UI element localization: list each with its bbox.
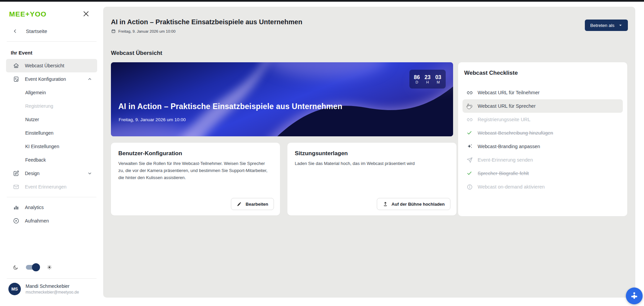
checklist-item-webcast-url-teilnehmer[interactable]: Webcast URL für Teilnehmer [462, 86, 623, 99]
info-icon [467, 184, 473, 190]
top-edge-strip [0, 0, 644, 2]
close-icon [82, 10, 91, 18]
sidebar-item-design[interactable]: Design [6, 167, 97, 180]
sidebar-item-label: Event Konfiguration [25, 76, 66, 82]
checklist-icon [13, 76, 19, 82]
checklist-item-webcast-url-sprecher[interactable]: Webcast URL für Sprecher [462, 99, 623, 113]
page-title: AI in Action – Praktische Einsatzbeispie… [111, 18, 302, 26]
checklist-item-label: Registrierungsseite URL [478, 117, 530, 122]
chevron-left-icon [13, 29, 18, 34]
toggle-knob [32, 263, 40, 271]
sparkle-icon [467, 143, 473, 150]
sidebar-item-label: Analytics [25, 205, 44, 210]
webcast-checklist-card: Webcast Checkliste Webcast URL für Teiln… [458, 62, 627, 216]
dark-mode-toggle[interactable] [26, 264, 39, 270]
banner-event-date: Freitag, 9. Januar 2026 um 10:00 [119, 117, 186, 122]
chevron-down-icon [88, 171, 92, 175]
checklist-title: Webcast Checkliste [464, 70, 627, 76]
countdown-days: 86 D [414, 74, 420, 84]
edit-square-icon [13, 170, 19, 177]
link-icon [467, 90, 473, 96]
chevron-up-icon [88, 77, 92, 81]
send-icon [467, 157, 473, 163]
sidebar-item-nutzer[interactable]: Nutzer [6, 113, 97, 126]
play-circle-icon [13, 217, 19, 224]
checklist-item-beschreibung-hinzufuegen[interactable]: Webcast-Beschreibung hinzufügen [462, 126, 623, 140]
enter-as-button[interactable]: Betreten als [585, 20, 628, 31]
sidebar-item-event-erinnerungen[interactable]: Event Erinnerungen [6, 180, 97, 194]
check-icon [467, 170, 473, 177]
sidebar-item-webcast-uebersicht[interactable]: Webcast Übersicht [6, 59, 97, 72]
sidebar-header: MEE+YOO [0, 0, 103, 22]
sidebar-item-label: Registrierung [25, 103, 53, 109]
banner-artwork [111, 62, 453, 136]
checklist-item-branding-anpassen[interactable]: Webcast-Branding anpassen [462, 140, 623, 153]
checklist-item-label: Webcast on-demand aktivieren [478, 184, 545, 190]
link-icon [467, 116, 473, 123]
countdown-days-value: 86 [414, 74, 420, 80]
theme-switch-row [0, 261, 103, 273]
back-label: Startseite [26, 28, 47, 34]
bar-chart-icon [13, 204, 19, 211]
sidebar-item-allgemein[interactable]: Allgemein [6, 86, 97, 99]
countdown-hours: 23 H [425, 74, 431, 84]
checklist-item-label: Event-Erinnerung senden [478, 157, 533, 163]
checklist-item-erinnerung-senden[interactable]: Event-Erinnerung senden [462, 153, 623, 167]
countdown-hours-unit: H [425, 80, 431, 84]
edit-button-label: Bearbeiten [246, 202, 268, 207]
sidebar-item-label: Allgemein [25, 90, 46, 95]
sidebar-item-analytics[interactable]: Analytics [6, 201, 97, 214]
sidebar-item-aufnahmen[interactable]: Aufnahmen [6, 214, 97, 228]
back-to-start-link[interactable]: Startseite [0, 22, 103, 39]
app-root: MEE+YOO Startseite Ihr Event Webcast Übe… [0, 0, 644, 306]
sidebar-item-label: Feedback [25, 157, 46, 163]
checklist-item-label: Webcast URL für Teilnehmer [478, 90, 539, 95]
meetyoo-logo: MEE+YOO [9, 10, 46, 18]
section-title: Webcast Übersicht [111, 50, 162, 57]
checklist-item-label: Webcast URL für Sprecher [478, 103, 535, 109]
mail-icon [13, 183, 19, 190]
divider [7, 278, 96, 279]
event-date: Freitag, 9. Januar 2026 um 10:00 [118, 29, 175, 33]
countdown-minutes-unit: M [435, 80, 441, 84]
user-name: Mandi Schmeckebier [26, 283, 79, 289]
sidebar-item-label: Design [25, 171, 40, 176]
countdown-days-unit: D [414, 80, 420, 84]
countdown-hours-value: 23 [425, 74, 431, 80]
upload-button-label: Auf der Bühne hochladen [392, 202, 445, 207]
link-icon [467, 103, 473, 109]
checklist-item-label: Webcast-Branding anpassen [478, 144, 540, 149]
checklist-item-sprecher-biografie[interactable]: Sprecher-Biografie fehlt [462, 167, 623, 180]
checklist-rows: Webcast URL für Teilnehmer Webcast URL f… [458, 86, 627, 194]
card-title: Benutzer-Konfiguration [118, 150, 280, 157]
main-panel: AI in Action – Praktische Einsatzbeispie… [103, 7, 635, 298]
edit-button[interactable]: Bearbeiten [231, 198, 274, 210]
avatar: MS [8, 283, 21, 295]
check-icon [467, 130, 473, 136]
user-profile[interactable]: MS Mandi Schmeckebier mschmeckebier@meet… [8, 283, 79, 295]
checklist-item-on-demand-aktivieren[interactable]: Webcast on-demand aktivieren [462, 180, 623, 194]
checklist-item-label: Webcast-Beschreibung hinzufügen [478, 130, 553, 136]
event-banner: 86 D 23 H 03 M AI in Action – Praktische… [111, 62, 453, 136]
sidebar-item-ki-einstellungen[interactable]: KI Einstellungen [6, 140, 97, 153]
sidebar-item-label: Nutzer [25, 117, 39, 122]
checklist-item-label: Sprecher-Biografie fehlt [478, 171, 529, 176]
session-documents-card: Sitzungsunterlagen Laden Sie das Materia… [287, 143, 456, 215]
card-title: Sitzungsunterlagen [295, 150, 456, 157]
enter-as-label: Betreten als [590, 23, 614, 28]
card-description: Laden Sie das Material hoch, das im Webc… [295, 160, 448, 167]
sidebar-item-einstellungen[interactable]: Einstellungen [6, 126, 97, 140]
close-sidebar-button[interactable] [82, 9, 91, 18]
sidebar-item-event-konfiguration[interactable]: Event Konfiguration [6, 72, 97, 86]
countdown-minutes-value: 03 [435, 74, 441, 80]
upload-icon [383, 201, 388, 207]
create-event-fab[interactable] [626, 287, 643, 304]
checklist-item-registrierungsseite-url[interactable]: Registrierungsseite URL [462, 113, 623, 126]
upload-to-stage-button[interactable]: Auf der Bühne hochladen [377, 198, 450, 210]
user-email: mschmeckebier@meetyoo.de [26, 290, 79, 295]
sidebar-item-registrierung[interactable]: Registrierung [6, 99, 97, 113]
chevron-down-icon [618, 23, 622, 27]
hand-cursor-icon [465, 103, 473, 110]
sidebar-section-heading: Ihr Event [0, 42, 103, 59]
sidebar-item-feedback[interactable]: Feedback [6, 153, 97, 167]
